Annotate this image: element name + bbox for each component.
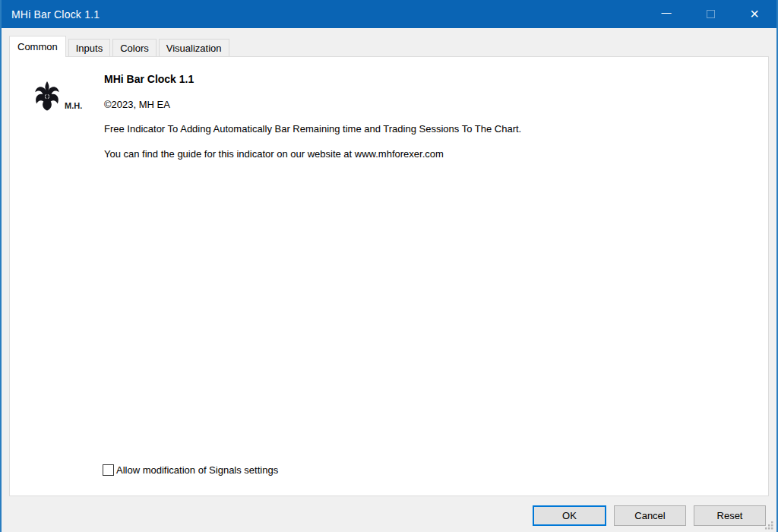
cancel-button[interactable]: Cancel [614,505,686,526]
close-icon: × [750,6,759,21]
phoenix-logo-icon [33,80,62,112]
logo-caption: M.H. [65,101,82,110]
tab-colors[interactable]: Colors [112,39,157,56]
website-line: You can find the guide for this indicato… [104,148,444,160]
common-tab-panel: M.H. MHi Bar Clock 1.1 ©2023, MH EA Free… [9,56,769,496]
maximize-icon [707,10,715,18]
ok-button[interactable]: OK [533,505,606,526]
close-button[interactable]: × [732,0,776,28]
caption-buttons: — × [644,0,776,28]
tab-strip: Common Inputs Colors Visualization [9,36,232,56]
signals-checkbox-label[interactable]: Allow modification of Signals settings [116,464,278,476]
tab-inputs[interactable]: Inputs [68,39,110,56]
description-line: Free Indicator To Adding Automatically B… [104,123,521,135]
copyright-line: ©2023, MH EA [104,99,170,110]
tab-common[interactable]: Common [9,36,66,57]
tab-visualization[interactable]: Visualization [159,39,229,56]
minimize-icon: — [662,8,672,17]
indicator-title: MHi Bar Clock 1.1 [104,73,194,85]
maximize-button [688,0,732,28]
reset-button[interactable]: Reset [694,505,766,526]
signals-settings-row[interactable]: Allow modification of Signals settings [103,464,278,476]
footer-button-row: OK Cancel Reset [533,505,766,526]
signals-checkbox[interactable] [103,464,114,476]
dialog-window: MHi Bar Clock 1.1 — × Common Inputs Colo… [0,0,778,532]
minimize-button[interactable]: — [644,0,688,28]
window-title: MHi Bar Clock 1.1 [2,8,644,21]
titlebar[interactable]: MHi Bar Clock 1.1 — × [2,0,776,28]
